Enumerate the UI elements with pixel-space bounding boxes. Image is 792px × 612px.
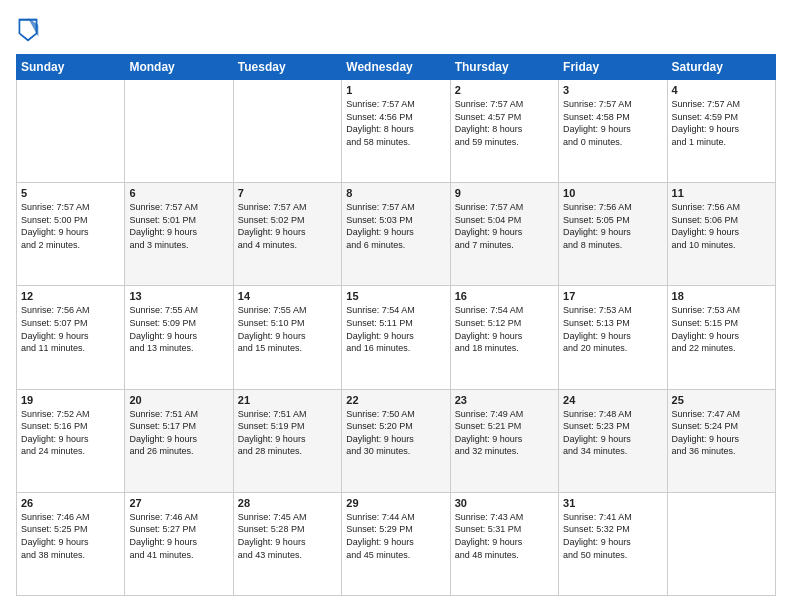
col-saturday: Saturday xyxy=(667,55,775,80)
table-row: 22Sunrise: 7:50 AMSunset: 5:20 PMDayligh… xyxy=(342,389,450,492)
day-number: 7 xyxy=(238,187,337,199)
day-number: 12 xyxy=(21,290,120,302)
table-row: 8Sunrise: 7:57 AMSunset: 5:03 PMDaylight… xyxy=(342,183,450,286)
table-row: 23Sunrise: 7:49 AMSunset: 5:21 PMDayligh… xyxy=(450,389,558,492)
day-number: 4 xyxy=(672,84,771,96)
day-number: 2 xyxy=(455,84,554,96)
day-info: Sunrise: 7:49 AMSunset: 5:21 PMDaylight:… xyxy=(455,408,554,458)
col-sunday: Sunday xyxy=(17,55,125,80)
table-row: 19Sunrise: 7:52 AMSunset: 5:16 PMDayligh… xyxy=(17,389,125,492)
table-row: 12Sunrise: 7:56 AMSunset: 5:07 PMDayligh… xyxy=(17,286,125,389)
table-row: 27Sunrise: 7:46 AMSunset: 5:27 PMDayligh… xyxy=(125,492,233,595)
day-number: 15 xyxy=(346,290,445,302)
day-info: Sunrise: 7:56 AMSunset: 5:06 PMDaylight:… xyxy=(672,201,771,251)
day-info: Sunrise: 7:57 AMSunset: 5:02 PMDaylight:… xyxy=(238,201,337,251)
table-row: 30Sunrise: 7:43 AMSunset: 5:31 PMDayligh… xyxy=(450,492,558,595)
day-info: Sunrise: 7:45 AMSunset: 5:28 PMDaylight:… xyxy=(238,511,337,561)
day-number: 26 xyxy=(21,497,120,509)
day-info: Sunrise: 7:47 AMSunset: 5:24 PMDaylight:… xyxy=(672,408,771,458)
table-row: 15Sunrise: 7:54 AMSunset: 5:11 PMDayligh… xyxy=(342,286,450,389)
day-info: Sunrise: 7:44 AMSunset: 5:29 PMDaylight:… xyxy=(346,511,445,561)
day-number: 23 xyxy=(455,394,554,406)
day-number: 14 xyxy=(238,290,337,302)
calendar-week-row: 12Sunrise: 7:56 AMSunset: 5:07 PMDayligh… xyxy=(17,286,776,389)
day-info: Sunrise: 7:41 AMSunset: 5:32 PMDaylight:… xyxy=(563,511,662,561)
table-row: 26Sunrise: 7:46 AMSunset: 5:25 PMDayligh… xyxy=(17,492,125,595)
day-number: 8 xyxy=(346,187,445,199)
table-row: 7Sunrise: 7:57 AMSunset: 5:02 PMDaylight… xyxy=(233,183,341,286)
day-info: Sunrise: 7:55 AMSunset: 5:10 PMDaylight:… xyxy=(238,304,337,354)
day-number: 24 xyxy=(563,394,662,406)
day-info: Sunrise: 7:48 AMSunset: 5:23 PMDaylight:… xyxy=(563,408,662,458)
day-number: 18 xyxy=(672,290,771,302)
header xyxy=(16,16,776,44)
day-info: Sunrise: 7:54 AMSunset: 5:12 PMDaylight:… xyxy=(455,304,554,354)
day-number: 29 xyxy=(346,497,445,509)
day-number: 17 xyxy=(563,290,662,302)
logo xyxy=(16,16,44,44)
page: Sunday Monday Tuesday Wednesday Thursday… xyxy=(0,0,792,612)
col-monday: Monday xyxy=(125,55,233,80)
day-info: Sunrise: 7:46 AMSunset: 5:27 PMDaylight:… xyxy=(129,511,228,561)
table-row: 2Sunrise: 7:57 AMSunset: 4:57 PMDaylight… xyxy=(450,80,558,183)
calendar-week-row: 5Sunrise: 7:57 AMSunset: 5:00 PMDaylight… xyxy=(17,183,776,286)
table-row: 31Sunrise: 7:41 AMSunset: 5:32 PMDayligh… xyxy=(559,492,667,595)
table-row: 28Sunrise: 7:45 AMSunset: 5:28 PMDayligh… xyxy=(233,492,341,595)
day-number: 1 xyxy=(346,84,445,96)
day-info: Sunrise: 7:51 AMSunset: 5:19 PMDaylight:… xyxy=(238,408,337,458)
day-number: 25 xyxy=(672,394,771,406)
day-number: 3 xyxy=(563,84,662,96)
table-row xyxy=(125,80,233,183)
col-tuesday: Tuesday xyxy=(233,55,341,80)
table-row xyxy=(233,80,341,183)
day-number: 9 xyxy=(455,187,554,199)
day-number: 28 xyxy=(238,497,337,509)
day-info: Sunrise: 7:55 AMSunset: 5:09 PMDaylight:… xyxy=(129,304,228,354)
day-info: Sunrise: 7:50 AMSunset: 5:20 PMDaylight:… xyxy=(346,408,445,458)
col-wednesday: Wednesday xyxy=(342,55,450,80)
calendar-week-row: 1Sunrise: 7:57 AMSunset: 4:56 PMDaylight… xyxy=(17,80,776,183)
calendar-week-row: 26Sunrise: 7:46 AMSunset: 5:25 PMDayligh… xyxy=(17,492,776,595)
day-number: 30 xyxy=(455,497,554,509)
day-number: 6 xyxy=(129,187,228,199)
table-row: 13Sunrise: 7:55 AMSunset: 5:09 PMDayligh… xyxy=(125,286,233,389)
day-info: Sunrise: 7:57 AMSunset: 5:03 PMDaylight:… xyxy=(346,201,445,251)
logo-icon xyxy=(16,16,40,44)
table-row: 25Sunrise: 7:47 AMSunset: 5:24 PMDayligh… xyxy=(667,389,775,492)
day-info: Sunrise: 7:57 AMSunset: 5:04 PMDaylight:… xyxy=(455,201,554,251)
day-info: Sunrise: 7:57 AMSunset: 4:56 PMDaylight:… xyxy=(346,98,445,148)
calendar-week-row: 19Sunrise: 7:52 AMSunset: 5:16 PMDayligh… xyxy=(17,389,776,492)
day-info: Sunrise: 7:57 AMSunset: 4:57 PMDaylight:… xyxy=(455,98,554,148)
table-row: 16Sunrise: 7:54 AMSunset: 5:12 PMDayligh… xyxy=(450,286,558,389)
table-row: 17Sunrise: 7:53 AMSunset: 5:13 PMDayligh… xyxy=(559,286,667,389)
table-row xyxy=(667,492,775,595)
table-row: 11Sunrise: 7:56 AMSunset: 5:06 PMDayligh… xyxy=(667,183,775,286)
table-row: 18Sunrise: 7:53 AMSunset: 5:15 PMDayligh… xyxy=(667,286,775,389)
day-number: 21 xyxy=(238,394,337,406)
day-number: 27 xyxy=(129,497,228,509)
day-number: 31 xyxy=(563,497,662,509)
day-info: Sunrise: 7:57 AMSunset: 4:59 PMDaylight:… xyxy=(672,98,771,148)
table-row: 3Sunrise: 7:57 AMSunset: 4:58 PMDaylight… xyxy=(559,80,667,183)
col-friday: Friday xyxy=(559,55,667,80)
day-number: 16 xyxy=(455,290,554,302)
calendar-header-row: Sunday Monday Tuesday Wednesday Thursday… xyxy=(17,55,776,80)
table-row: 10Sunrise: 7:56 AMSunset: 5:05 PMDayligh… xyxy=(559,183,667,286)
day-info: Sunrise: 7:56 AMSunset: 5:07 PMDaylight:… xyxy=(21,304,120,354)
day-number: 11 xyxy=(672,187,771,199)
table-row: 29Sunrise: 7:44 AMSunset: 5:29 PMDayligh… xyxy=(342,492,450,595)
table-row: 9Sunrise: 7:57 AMSunset: 5:04 PMDaylight… xyxy=(450,183,558,286)
table-row: 14Sunrise: 7:55 AMSunset: 5:10 PMDayligh… xyxy=(233,286,341,389)
table-row: 1Sunrise: 7:57 AMSunset: 4:56 PMDaylight… xyxy=(342,80,450,183)
table-row: 20Sunrise: 7:51 AMSunset: 5:17 PMDayligh… xyxy=(125,389,233,492)
table-row xyxy=(17,80,125,183)
day-info: Sunrise: 7:53 AMSunset: 5:15 PMDaylight:… xyxy=(672,304,771,354)
calendar: Sunday Monday Tuesday Wednesday Thursday… xyxy=(16,54,776,596)
day-info: Sunrise: 7:53 AMSunset: 5:13 PMDaylight:… xyxy=(563,304,662,354)
day-info: Sunrise: 7:46 AMSunset: 5:25 PMDaylight:… xyxy=(21,511,120,561)
table-row: 24Sunrise: 7:48 AMSunset: 5:23 PMDayligh… xyxy=(559,389,667,492)
day-info: Sunrise: 7:57 AMSunset: 5:00 PMDaylight:… xyxy=(21,201,120,251)
table-row: 4Sunrise: 7:57 AMSunset: 4:59 PMDaylight… xyxy=(667,80,775,183)
table-row: 21Sunrise: 7:51 AMSunset: 5:19 PMDayligh… xyxy=(233,389,341,492)
day-info: Sunrise: 7:54 AMSunset: 5:11 PMDaylight:… xyxy=(346,304,445,354)
